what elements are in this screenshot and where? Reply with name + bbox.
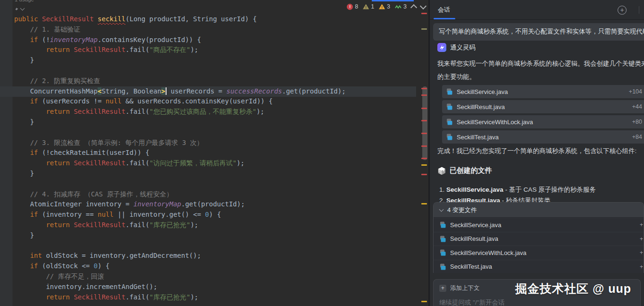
- previous-problem-button[interactable]: [410, 4, 417, 10]
- code-line[interactable]: if (!checkRateLimit(userId)) {: [14, 148, 346, 158]
- error-stripe-mark[interactable]: [421, 145, 427, 147]
- code-line[interactable]: // 库存不足，回滚: [14, 272, 346, 282]
- code-line[interactable]: [14, 241, 346, 251]
- error-stripe-mark[interactable]: [421, 120, 427, 121]
- weak-warning-count[interactable]: ! 1: [363, 3, 374, 10]
- java-class-icon: [446, 119, 453, 125]
- code-line[interactable]: AtomicInteger inventory = inventoryMap.g…: [14, 199, 346, 210]
- usage-inlay-hint[interactable]: 1 usage: [15, 0, 34, 2]
- code-line[interactable]: // 2. 防重复购买检查: [14, 76, 346, 86]
- ai-inlay-action[interactable]: [14, 6, 24, 12]
- error-stripe-mark[interactable]: [421, 108, 427, 109]
- code-line[interactable]: [14, 179, 346, 189]
- code-line[interactable]: if (userRecords != null && userRecords.c…: [14, 96, 346, 107]
- lines-added-badge: +: [640, 264, 643, 270]
- changed-file-row[interactable]: SeckillService.java +: [434, 218, 644, 232]
- error-stripe-mark[interactable]: [421, 28, 427, 30]
- code-line[interactable]: return SeckillResult.fail("库存已抢光");: [14, 292, 346, 303]
- java-class-icon: [446, 88, 453, 95]
- created-files-heading: 📦 已创建的文件: [437, 166, 492, 175]
- tab-conversation[interactable]: 会话: [438, 0, 450, 19]
- lines-added-badge: +: [640, 249, 643, 256]
- new-conversation-button[interactable]: +: [618, 6, 627, 15]
- chevron-down-icon: [439, 207, 444, 212]
- code-line[interactable]: if (!inventoryMap.containsKey(productId)…: [14, 35, 346, 45]
- code-line[interactable]: int oldStock = inventory.getAndDecrement…: [14, 251, 346, 261]
- code-line[interactable]: // 4. 扣减库存 （CAS 原子操作，线程安全）: [14, 189, 346, 200]
- error-icon: !: [347, 4, 353, 10]
- code-area[interactable]: public SeckillResult seckill(Long produc…: [14, 14, 346, 302]
- error-stripe-mark[interactable]: [421, 301, 427, 302]
- error-stripe-mark[interactable]: [421, 164, 427, 166]
- code-line[interactable]: // 3. 限流检查 （简单示例: 每个用户最多请求 3 次）: [14, 138, 346, 148]
- error-stripe-mark[interactable]: [421, 203, 427, 204]
- java-class-icon: [446, 103, 453, 110]
- chat-input-placeholder[interactable]: 继续提问或 "/"新开会话: [439, 298, 635, 306]
- assistant-message-line: 的主要功能。: [437, 70, 644, 84]
- error-stripe-mark[interactable]: [421, 174, 427, 175]
- file-chip[interactable]: SeckillResult.java +44: [442, 100, 644, 113]
- code-line[interactable]: }: [14, 117, 346, 128]
- code-line[interactable]: ConcurrentHashMap<String, Boolean> userR…: [14, 86, 346, 97]
- error-stripe-mark[interactable]: [421, 13, 427, 14]
- code-line[interactable]: inventory.incrementAndGet();: [14, 282, 346, 292]
- assistant-message: 我来帮您实现一个简单的商城秒杀系统的核心逻辑。我会创建几个关键类来展示 的主要功…: [437, 57, 644, 83]
- changed-files-panel: 4 变更文件 SeckillService.java + SeckillResu…: [433, 202, 644, 273]
- code-line[interactable]: [14, 128, 346, 138]
- panel-tabbar: 会话 +: [430, 0, 644, 20]
- code-line[interactable]: // 1. 基础验证: [14, 25, 346, 35]
- code-line[interactable]: if (inventory == null || inventory.get()…: [14, 210, 346, 220]
- file-chip[interactable]: SeckillServiceWithLock.java +80: [442, 115, 644, 128]
- next-problem-button[interactable]: [420, 2, 427, 9]
- lingma-inlay-icon: [14, 6, 19, 12]
- assistant-message-line: 我来帮您实现一个简单的商城秒杀系统的核心逻辑。我会创建几个关键类来展示: [437, 57, 644, 70]
- code-line[interactable]: }: [14, 55, 346, 66]
- chevron-down-icon: [20, 6, 25, 11]
- lines-added-badge: +84: [632, 134, 642, 140]
- file-chip[interactable]: SeckillService.java +104: [442, 85, 644, 98]
- lines-added-badge: +80: [632, 119, 642, 125]
- assistant-header: 通义灵码: [437, 43, 476, 52]
- code-editor[interactable]: 1 usage public SeckillResult seckill(Lon…: [0, 0, 428, 306]
- code-line[interactable]: }: [14, 169, 346, 179]
- code-line[interactable]: return SeckillResult.fail("访问过于频繁，请稍后再试"…: [14, 158, 346, 169]
- typo-count[interactable]: 3: [395, 3, 407, 10]
- list-item: 1. SeckillService.java - 基于 CAS 原子操作的秒杀服…: [439, 184, 596, 195]
- warning-icon: !: [379, 4, 385, 9]
- error-stripe-mark[interactable]: [421, 94, 427, 96]
- toolbar-divider: [639, 6, 639, 14]
- code-line[interactable]: }: [14, 230, 346, 241]
- editor-scrollbar-thumb[interactable]: [422, 86, 427, 160]
- code-line[interactable]: [14, 66, 346, 76]
- changed-files-header[interactable]: 4 变更文件: [434, 203, 644, 218]
- code-line[interactable]: public SeckillResult seckill(Long produc…: [14, 14, 346, 25]
- code-line[interactable]: return SeckillResult.fail("商品不存在");: [14, 45, 346, 55]
- code-line[interactable]: return SeckillResult.fail("您已购买过该商品，不能重复…: [14, 107, 346, 117]
- lingma-logo-icon: [437, 43, 446, 52]
- watermark: 掘金技术社区 @ uup: [515, 281, 631, 297]
- error-count[interactable]: ! 8: [347, 3, 358, 10]
- java-class-icon: [440, 249, 446, 256]
- java-class-icon: [440, 221, 446, 228]
- lines-added-badge: +104: [629, 88, 642, 95]
- warning-count[interactable]: ! 3: [379, 3, 390, 10]
- typo-icon: [395, 5, 401, 9]
- weak-warning-icon: !: [363, 4, 369, 9]
- changed-file-row[interactable]: SeckillServiceWithLock.java +: [434, 246, 644, 260]
- code-line[interactable]: if (oldStock <= 0) {: [14, 261, 346, 272]
- changed-file-row[interactable]: SeckillTest.java +: [434, 260, 644, 273]
- code-line[interactable]: return SeckillResult.fail("库存已抢光");: [14, 220, 346, 230]
- error-stripe-mark[interactable]: [421, 88, 427, 89]
- error-stripe-mark[interactable]: [421, 133, 427, 134]
- package-icon: 📦: [437, 167, 446, 175]
- ai-assistant-panel: 会话 + 写个简单的商城秒杀系统，不用关心配置文件和实体等，只需简要实现代码逻 …: [430, 0, 644, 306]
- user-message: 写个简单的商城秒杀系统，不用关心配置文件和实体等，只需简要实现代码逻: [433, 23, 644, 41]
- created-file-chips: SeckillService.java +104 SeckillResult.j…: [442, 85, 644, 145]
- changed-file-row[interactable]: SeckillResult.java +: [434, 232, 644, 246]
- ide-window: 1 usage public SeckillResult seckill(Lon…: [0, 0, 644, 306]
- file-chip[interactable]: SeckillTest.java +84: [442, 130, 644, 144]
- error-stripe-mark[interactable]: [421, 158, 427, 159]
- lines-added-badge: +: [640, 236, 643, 242]
- assistant-summary: 完成！我已经为您实现了一个简单的商城秒杀系统，包含以下核心组件:: [437, 147, 636, 155]
- java-class-icon: [446, 134, 453, 140]
